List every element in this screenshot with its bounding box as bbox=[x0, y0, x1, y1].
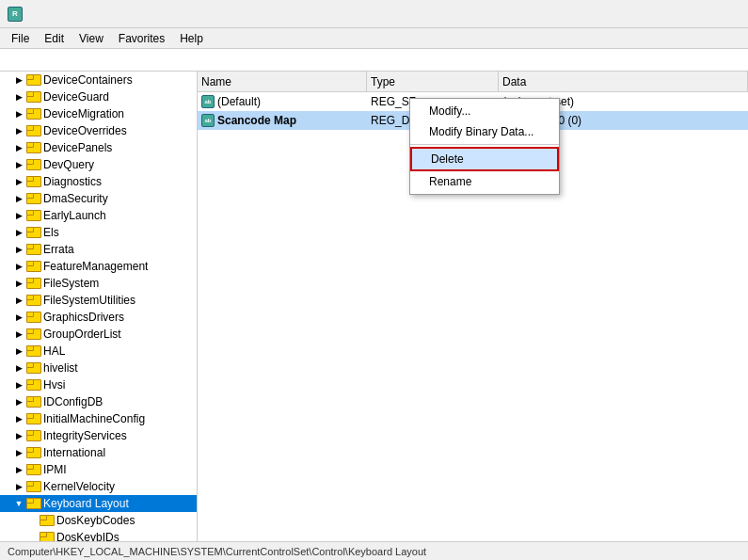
right-pane[interactable]: Name Type Data ab(Default)REG_SZ(value n… bbox=[198, 72, 748, 541]
expand-icon[interactable]: ▶ bbox=[13, 464, 24, 475]
menu-help[interactable]: Help bbox=[172, 30, 211, 47]
maximize-button[interactable] bbox=[654, 0, 697, 28]
expand-icon[interactable]: ▶ bbox=[13, 261, 24, 272]
tree-item-label: DevicePanels bbox=[43, 141, 112, 154]
cell-name: abScancode Map bbox=[198, 113, 367, 128]
expand-icon[interactable]: ▶ bbox=[13, 430, 24, 441]
tree-item-label: DeviceOverrides bbox=[43, 124, 127, 137]
tree-item-label: DosKeybCodes bbox=[56, 514, 135, 527]
expand-icon[interactable]: ▶ bbox=[13, 244, 24, 255]
menu-file[interactable]: File bbox=[4, 30, 37, 47]
tree-item-label: DmaSecurity bbox=[43, 192, 108, 205]
tree-pane[interactable]: ▶DeviceContainers▶DeviceGuard▶DeviceMigr… bbox=[0, 72, 198, 541]
tree-item[interactable]: DosKeybIDs bbox=[0, 529, 197, 541]
folder-icon bbox=[26, 328, 40, 340]
folder-icon bbox=[26, 362, 40, 374]
expand-icon[interactable]: ▶ bbox=[13, 362, 24, 374]
expand-icon[interactable]: ▶ bbox=[13, 142, 24, 153]
tree-item-label: GraphicsDrivers bbox=[43, 311, 124, 324]
folder-icon bbox=[26, 498, 40, 509]
tree-item[interactable]: ▶DeviceMigration bbox=[0, 105, 197, 122]
tree-item[interactable]: ▶DevQuery bbox=[0, 156, 197, 173]
expand-icon[interactable]: ▶ bbox=[13, 210, 24, 221]
tree-item[interactable]: DosKeybCodes bbox=[0, 512, 197, 529]
expand-icon[interactable]: ▶ bbox=[13, 396, 24, 408]
tree-item[interactable]: ▶IDConfigDB bbox=[0, 393, 197, 410]
close-button[interactable] bbox=[697, 0, 740, 28]
tree-item[interactable]: ▶DeviceOverrides bbox=[0, 122, 197, 139]
expand-icon[interactable]: ▶ bbox=[13, 91, 24, 103]
folder-icon bbox=[26, 125, 40, 136]
tree-item-label: Keyboard Layout bbox=[43, 497, 129, 510]
expand-icon[interactable]: ▶ bbox=[13, 193, 24, 204]
expand-icon[interactable]: ▶ bbox=[13, 227, 24, 238]
addressbar bbox=[0, 49, 748, 72]
ab-icon: ab bbox=[201, 114, 215, 127]
expand-icon[interactable]: ▶ bbox=[13, 125, 24, 136]
tree-item[interactable]: ▶GroupOrderList bbox=[0, 326, 197, 343]
tree-item[interactable]: ▶DmaSecurity bbox=[0, 190, 197, 207]
folder-icon bbox=[26, 74, 40, 86]
tree-item[interactable]: ▶KernelVelocity bbox=[0, 478, 197, 495]
minimize-button[interactable] bbox=[611, 0, 654, 28]
tree-item[interactable]: ▶Diagnostics bbox=[0, 173, 197, 190]
expand-icon[interactable]: ▶ bbox=[13, 379, 24, 391]
tree-item[interactable]: ▶GraphicsDrivers bbox=[0, 309, 197, 326]
tree-item[interactable]: ▶Hvsi bbox=[0, 376, 197, 393]
expand-icon[interactable]: ▶ bbox=[13, 159, 24, 170]
table-header: Name Type Data bbox=[198, 72, 748, 92]
tree-item[interactable]: ▶International bbox=[0, 444, 197, 461]
expand-icon[interactable] bbox=[26, 532, 38, 541]
tree-item[interactable]: ▶DeviceContainers bbox=[0, 72, 197, 88]
col-header-type[interactable]: Type bbox=[367, 72, 499, 91]
context-menu-item-modify-binary-data---[interactable]: Modify Binary Data... bbox=[410, 121, 559, 142]
tree-item[interactable]: ▶FileSystemUtilities bbox=[0, 292, 197, 309]
expand-icon[interactable]: ▶ bbox=[13, 447, 24, 458]
expand-icon[interactable]: ▶ bbox=[13, 328, 24, 340]
menu-edit[interactable]: Edit bbox=[37, 30, 72, 47]
tree-item[interactable]: ▼Keyboard Layout bbox=[0, 495, 197, 512]
tree-item[interactable]: ▶HAL bbox=[0, 343, 197, 360]
tree-item[interactable]: ▶EarlyLaunch bbox=[0, 207, 197, 224]
context-menu-item-rename[interactable]: Rename bbox=[410, 171, 559, 192]
folder-icon bbox=[26, 210, 40, 221]
tree-item[interactable]: ▶InitialMachineConfig bbox=[0, 410, 197, 427]
folder-icon bbox=[26, 244, 40, 255]
folder-icon bbox=[26, 261, 40, 272]
tree-item-label: GroupOrderList bbox=[43, 328, 121, 341]
expand-icon[interactable] bbox=[26, 515, 38, 526]
expand-icon[interactable]: ▶ bbox=[13, 74, 24, 86]
folder-icon bbox=[26, 193, 40, 204]
folder-icon bbox=[26, 312, 40, 323]
expand-icon[interactable]: ▶ bbox=[13, 108, 24, 120]
expand-icon[interactable]: ▶ bbox=[13, 176, 24, 187]
tree-item[interactable]: ▶IntegrityServices bbox=[0, 427, 197, 444]
tree-item-label: IPMI bbox=[43, 463, 67, 476]
col-header-name[interactable]: Name bbox=[198, 72, 367, 91]
menu-favorites[interactable]: Favorites bbox=[111, 30, 172, 47]
expand-icon[interactable]: ▶ bbox=[13, 345, 24, 357]
expand-icon[interactable]: ▶ bbox=[13, 278, 24, 289]
tree-item-label: DeviceGuard bbox=[43, 90, 109, 104]
tree-item[interactable]: ▶FeatureManagement bbox=[0, 258, 197, 275]
status-text: Computer\HKEY_LOCAL_MACHINE\SYSTEM\Curre… bbox=[8, 546, 426, 557]
folder-icon bbox=[26, 159, 40, 170]
tree-item[interactable]: ▶Els bbox=[0, 224, 197, 241]
folder-icon bbox=[26, 345, 40, 357]
menu-view[interactable]: View bbox=[72, 30, 111, 47]
col-header-data[interactable]: Data bbox=[499, 72, 748, 91]
tree-item[interactable]: ▶Errata bbox=[0, 241, 197, 258]
tree-item[interactable]: ▶hivelist bbox=[0, 360, 197, 376]
expand-icon[interactable]: ▶ bbox=[13, 481, 24, 492]
tree-item[interactable]: ▶DevicePanels bbox=[0, 139, 197, 156]
expand-icon[interactable]: ▶ bbox=[13, 295, 24, 306]
expand-icon[interactable]: ▼ bbox=[13, 498, 24, 509]
folder-icon bbox=[26, 176, 40, 187]
tree-item[interactable]: ▶DeviceGuard bbox=[0, 88, 197, 105]
context-menu-item-modify---[interactable]: Modify... bbox=[410, 101, 559, 121]
expand-icon[interactable]: ▶ bbox=[13, 312, 24, 323]
tree-item[interactable]: ▶FileSystem bbox=[0, 275, 197, 292]
expand-icon[interactable]: ▶ bbox=[13, 413, 24, 424]
context-menu-item-delete[interactable]: Delete bbox=[410, 147, 559, 171]
tree-item[interactable]: ▶IPMI bbox=[0, 461, 197, 478]
